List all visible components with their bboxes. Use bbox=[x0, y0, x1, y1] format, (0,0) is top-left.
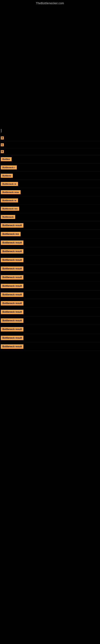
result-row: Bottleneck result bbox=[0, 264, 100, 273]
result-item-17[interactable]: Bottleneck result bbox=[1, 266, 23, 271]
result-item-20[interactable]: Bottleneck result bbox=[1, 292, 23, 297]
result-item-3[interactable]: B bbox=[1, 150, 4, 153]
result-row: Bottleneck result bbox=[0, 299, 100, 308]
result-item-12[interactable]: Bottleneck result bbox=[1, 223, 23, 228]
result-item-9[interactable]: Bottleneck re bbox=[1, 198, 18, 202]
result-row: Bottleneck r bbox=[0, 164, 100, 172]
result-row: Bottleneck res bbox=[0, 230, 100, 238]
result-item-8[interactable]: Bottleneck resu bbox=[1, 190, 21, 194]
result-item-11[interactable]: Bottleneck bbox=[1, 215, 15, 219]
result-row: Bottleneck result bbox=[0, 342, 100, 351]
result-row: Bottleneck result bbox=[0, 256, 100, 264]
result-row: Bottleneck re bbox=[0, 180, 100, 188]
result-item-21[interactable]: Bottleneck result bbox=[1, 301, 23, 306]
result-item-14[interactable]: Bottleneck result bbox=[1, 240, 23, 245]
result-row: Bottleneck result bbox=[0, 316, 100, 325]
result-item-18[interactable]: Bottleneck result bbox=[1, 275, 23, 280]
result-row: Bottleneck result bbox=[0, 238, 100, 247]
result-row: Bottleneck result bbox=[0, 290, 100, 299]
cursor-indicator: | bbox=[0, 126, 100, 135]
result-item-25[interactable]: Bottleneck result bbox=[1, 336, 23, 340]
result-row: B bbox=[0, 135, 100, 142]
result-item-13[interactable]: Bottleneck res bbox=[1, 232, 21, 236]
chart-area bbox=[0, 6, 100, 126]
result-item-6[interactable]: Bottlene bbox=[1, 174, 13, 178]
result-row: Bottleneck result bbox=[0, 221, 100, 230]
result-row: Bottleneck resu bbox=[0, 188, 100, 196]
result-item-19[interactable]: Bottleneck result bbox=[1, 284, 23, 288]
result-row: B bbox=[0, 148, 100, 155]
result-item-23[interactable]: Bottleneck result bbox=[1, 318, 23, 323]
result-row: E bbox=[0, 142, 100, 148]
site-title: TheBottlenecker.com bbox=[0, 0, 100, 6]
result-item-5[interactable]: Bottleneck r bbox=[1, 166, 17, 170]
result-item-24[interactable]: Bottleneck result bbox=[1, 327, 23, 332]
result-item-10[interactable]: Bottleneck res bbox=[1, 207, 19, 211]
result-item-15[interactable]: Bottleneck result bbox=[1, 249, 23, 254]
result-item-7[interactable]: Bottleneck re bbox=[1, 182, 18, 186]
result-row: Bottlene bbox=[0, 172, 100, 180]
result-item-16[interactable]: Bottleneck result bbox=[1, 258, 23, 262]
site-header: TheBottlenecker.com bbox=[0, 0, 100, 6]
result-row: Bottleneck result bbox=[0, 334, 100, 342]
results-section: B E B Bottlen Bottleneck r Bottlene Bott… bbox=[0, 135, 100, 351]
result-row: Bottleneck result bbox=[0, 247, 100, 256]
result-item-2[interactable]: E bbox=[1, 143, 4, 146]
result-item-22[interactable]: Bottleneck result bbox=[1, 310, 23, 314]
result-item-1[interactable]: B bbox=[1, 136, 4, 140]
result-item-26[interactable]: Bottleneck result bbox=[1, 344, 23, 349]
result-row: Bottleneck result bbox=[0, 308, 100, 316]
result-row: Bottleneck re bbox=[0, 196, 100, 205]
result-row: Bottleneck result bbox=[0, 325, 100, 334]
result-row: Bottleneck res bbox=[0, 205, 100, 213]
result-item-4[interactable]: Bottlen bbox=[1, 157, 12, 161]
result-row: Bottleneck bbox=[0, 213, 100, 221]
result-row: Bottleneck result bbox=[0, 273, 100, 282]
result-row: Bottlen bbox=[0, 155, 100, 164]
result-row: Bottleneck result bbox=[0, 282, 100, 290]
